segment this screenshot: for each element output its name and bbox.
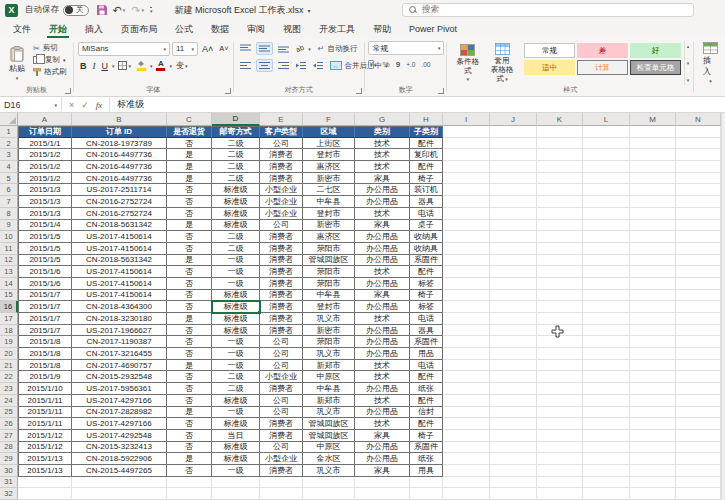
cell-G15[interactable]: 家具 [355,290,410,302]
cell-D21[interactable]: 一级 [212,360,260,372]
column-header-C[interactable]: C [167,113,212,126]
row-header-12[interactable]: 12 [0,255,18,267]
cell-E24[interactable]: 公司 [260,395,303,407]
cell-A8[interactable]: 2015/1/3 [18,208,72,220]
cell-D32[interactable] [212,488,260,500]
cell-E18[interactable]: 消费者 [260,325,303,337]
cell-B31[interactable] [72,477,167,489]
cell-K22[interactable] [537,371,583,383]
tab-Power Pivot[interactable]: Power Pivot [400,20,466,38]
cell-D17[interactable]: 标准级 [212,313,260,325]
cell-C17[interactable]: 是 [167,313,212,325]
cell-D30[interactable]: 一级 [212,465,260,477]
phonetic-guide-button[interactable]: 变▾ [174,60,190,71]
cell-K25[interactable] [537,407,583,419]
cell-L2[interactable] [583,138,630,150]
cell-A14[interactable]: 2015/1/6 [18,278,72,290]
cell-K15[interactable] [537,290,583,302]
cell-M17[interactable] [630,313,676,325]
cell-C26[interactable]: 否 [167,418,212,430]
cell-E27[interactable]: 消费者 [260,430,303,442]
cell-G6[interactable]: 办公用品 [355,184,410,196]
cell-K3[interactable] [537,149,583,161]
cell-C14[interactable]: 否 [167,278,212,290]
cell-C25[interactable]: 是 [167,407,212,419]
cell-I4[interactable] [443,161,490,173]
cell-E8[interactable]: 小型企业 [260,208,303,220]
cell-A21[interactable]: 2015/1/8 [18,360,72,372]
cell-H23[interactable]: 纸张 [410,383,443,395]
row-header-30[interactable]: 30 [0,465,18,477]
cell-M23[interactable] [630,383,676,395]
cell-F9[interactable]: 新密市 [303,220,355,232]
cell-B21[interactable]: CN-2017-4690757 [72,360,167,372]
cell-J28[interactable] [490,442,537,454]
decrease-decimal-button[interactable]: .00 [421,61,430,68]
cell-M29[interactable] [630,453,676,465]
cell-J8[interactable] [490,208,537,220]
cell-F27[interactable]: 管城回族区 [303,430,355,442]
cell-style-差[interactable]: 差 [577,43,628,58]
row-header-7[interactable]: 7 [0,196,18,208]
row-header-5[interactable]: 5 [0,173,18,185]
cell-D23[interactable]: 二级 [212,383,260,395]
cell-D2[interactable]: 二级 [212,138,260,150]
cell-H1[interactable]: 子类别 [410,126,443,138]
cell-G5[interactable]: 家具 [355,173,410,185]
cell-G11[interactable]: 办公用品 [355,243,410,255]
cell-N7[interactable] [676,196,721,208]
cell-D4[interactable]: 二级 [212,161,260,173]
cell-A6[interactable]: 2015/1/3 [18,184,72,196]
tab-视图[interactable]: 视图 [274,20,310,38]
cell-L11[interactable] [583,243,630,255]
gallery-down-icon[interactable]: ▾ [685,60,691,66]
cell-F31[interactable] [303,477,355,489]
cell-I22[interactable] [443,371,490,383]
increase-font-button[interactable]: A˄ [200,44,215,54]
cell-J23[interactable] [490,383,537,395]
cell-I5[interactable] [443,173,490,185]
cell-H3[interactable]: 复印机 [410,149,443,161]
cell-L14[interactable] [583,278,630,290]
cell-H7[interactable]: 器具 [410,196,443,208]
cell-H2[interactable]: 配件 [410,138,443,150]
cell-I27[interactable] [443,430,490,442]
cell-J7[interactable] [490,196,537,208]
paste-button[interactable]: 粘贴 ▾ [4,41,30,85]
cell-E22[interactable]: 小型企业 [260,371,303,383]
cell-F20[interactable]: 巩义市 [303,348,355,360]
column-header-F[interactable]: F [303,113,355,126]
cell-K12[interactable] [537,255,583,267]
column-header-M[interactable]: M [630,113,676,126]
cell-C13[interactable]: 否 [167,266,212,278]
cell-J15[interactable] [490,290,537,302]
cell-N11[interactable] [676,243,721,255]
cell-N15[interactable] [676,290,721,302]
align-bottom-button[interactable] [276,43,291,54]
row-header-3[interactable]: 3 [0,149,18,161]
cell-I31[interactable] [443,477,490,489]
format-painter-button[interactable]: 格式刷 [33,67,67,77]
cell-J18[interactable] [490,325,537,337]
cell-F16[interactable]: 登封市 [303,301,355,313]
cell-K7[interactable] [537,196,583,208]
cell-A11[interactable]: 2015/1/5 [18,243,72,255]
cell-J11[interactable] [490,243,537,255]
cell-J4[interactable] [490,161,537,173]
cell-M20[interactable] [630,348,676,360]
cell-G8[interactable]: 技术 [355,208,410,220]
cell-G17[interactable]: 技术 [355,313,410,325]
cell-G30[interactable]: 家具 [355,465,410,477]
cell-L30[interactable] [583,465,630,477]
cell-A26[interactable]: 2015/1/11 [18,418,72,430]
cell-E9[interactable]: 公司 [260,220,303,232]
cell-N29[interactable] [676,453,721,465]
cell-N4[interactable] [676,161,721,173]
row-header-27[interactable]: 27 [0,430,18,442]
align-top-button[interactable] [238,43,253,54]
cell-B6[interactable]: US-2017-2511714 [72,184,167,196]
row-header-2[interactable]: 2 [0,138,18,150]
copy-button[interactable]: 复制▾ [33,55,67,65]
row-header-20[interactable]: 20 [0,348,18,360]
cell-B18[interactable]: US-2017-1966627 [72,325,167,337]
